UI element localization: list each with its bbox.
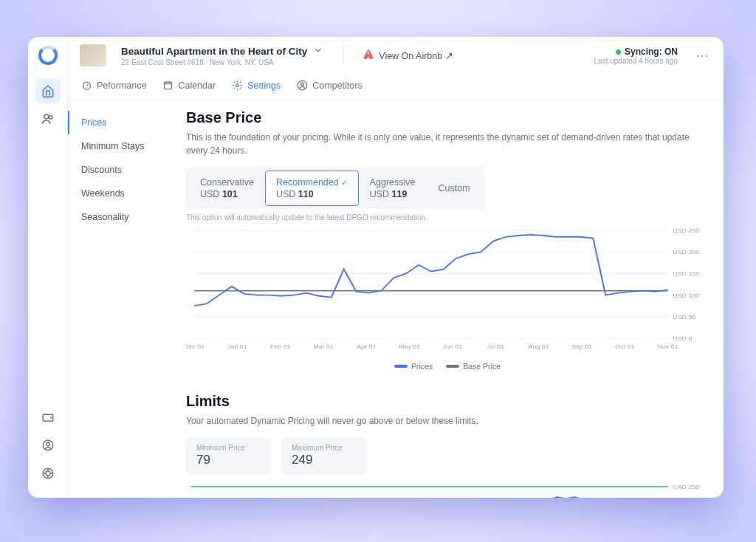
tab-settings[interactable]: Settings [232, 77, 281, 94]
svg-text:May 01: May 01 [399, 343, 420, 349]
listing-title[interactable]: Beautiful Apartment in the Heart of City [121, 46, 307, 57]
nav-profile-icon[interactable] [35, 433, 61, 458]
svg-point-0 [44, 114, 48, 119]
nav-home-icon[interactable] [35, 78, 61, 103]
sidenav-weekends[interactable]: Weekends [68, 182, 179, 205]
price-chart: USD 250USD 200USD 150USD 100USD 50USD 0D… [186, 227, 709, 360]
option-note: This option will automatically update to… [186, 213, 709, 222]
svg-point-6 [46, 471, 50, 476]
more-menu-icon[interactable]: ⋯ [693, 47, 712, 64]
option-recommended[interactable]: Recommended✓ USD 110 [265, 171, 359, 206]
svg-text:Jan 01: Jan 01 [227, 343, 247, 349]
divider [343, 45, 343, 66]
svg-text:USD 150: USD 150 [673, 270, 699, 277]
target-user-icon [297, 80, 308, 91]
settings-sidenav: Prices Minimum Stays Discounts Weekends … [68, 100, 179, 498]
nav-wallet-icon[interactable] [35, 405, 61, 430]
sidenav-seasonality[interactable]: Seasonality [68, 205, 179, 229]
base-price-title: Base Price [186, 109, 709, 126]
svg-text:USD 250: USD 250 [673, 227, 699, 234]
nav-users-icon[interactable] [35, 106, 61, 131]
svg-point-4 [46, 442, 49, 446]
sidenav-discounts[interactable]: Discounts [68, 158, 179, 182]
tab-calendar[interactable]: Calendar [162, 77, 216, 94]
svg-text:Feb 01: Feb 01 [270, 343, 291, 349]
check-icon: ✓ [341, 178, 348, 187]
chart-legend: Prices Base Price [186, 362, 709, 371]
listing-subtitle: 22 East Cost Street #618 · New York, NY,… [121, 58, 323, 66]
app-window: Beautiful Apartment in the Heart of City… [28, 37, 724, 498]
calendar-icon [162, 80, 173, 91]
svg-text:Mar 01: Mar 01 [313, 343, 334, 349]
svg-point-1 [49, 116, 52, 120]
sidenav-minstays[interactable]: Minimum Stays [68, 134, 179, 158]
svg-rect-8 [165, 82, 172, 89]
limits-title: Limits [186, 393, 709, 410]
svg-text:USD 100: USD 100 [673, 292, 699, 298]
view-airbnb-link[interactable]: View On Airbnb ↗ [362, 49, 453, 63]
tab-competitors[interactable]: Competitors [297, 77, 362, 94]
nav-help-icon[interactable] [35, 461, 61, 486]
svg-text:Apr 01: Apr 01 [357, 343, 376, 349]
option-custom[interactable]: Custom [427, 177, 482, 199]
listing-thumbnail [80, 44, 106, 66]
svg-text:Sep 01: Sep 01 [571, 343, 592, 349]
svg-text:USD 0: USD 0 [673, 335, 692, 341]
option-aggressive[interactable]: Aggressive USD 119 [359, 171, 427, 206]
app-logo-icon [38, 46, 58, 65]
content: Base Price This is the foundation of you… [179, 100, 724, 498]
svg-text:Jul 01: Jul 01 [487, 343, 505, 349]
svg-text:Jun 01: Jun 01 [443, 343, 463, 349]
svg-text:USD 200: USD 200 [673, 249, 699, 255]
min-price-card[interactable]: Minimum Price 79 [186, 438, 271, 475]
left-rail [28, 37, 68, 498]
limits-desc: Your automated Dynamic Pricing will neve… [186, 414, 709, 428]
tabs: Peformance Calendar Settings Competitors [68, 71, 724, 100]
price-options: Conservative USD 101 Recommended✓ USD 11… [186, 168, 485, 209]
gear-icon [232, 80, 243, 91]
chevron-down-icon[interactable] [313, 45, 323, 58]
svg-text:CAD 250: CAD 250 [673, 483, 699, 490]
svg-text:Dec 01: Dec 01 [186, 343, 205, 349]
body: Prices Minimum Stays Discounts Weekends … [68, 100, 724, 498]
limits-row: Minimum Price 79 Maximum Price 249 [186, 438, 709, 475]
svg-text:Nov 01: Nov 01 [658, 343, 678, 349]
topbar: Beautiful Apartment in the Heart of City… [68, 37, 724, 71]
svg-text:USD 50: USD 50 [673, 313, 695, 320]
airbnb-icon [362, 49, 374, 63]
base-price-desc: This is the foundation of your pricing. … [186, 131, 709, 157]
airbnb-link-label: View On Airbnb ↗ [379, 50, 453, 61]
sync-status: Syncing: ON Last updated 4 hours ago [594, 47, 678, 65]
sync-status-text: Syncing: ON [594, 47, 678, 57]
svg-point-10 [301, 83, 304, 86]
svg-text:Aug 01: Aug 01 [529, 343, 549, 349]
sidenav-prices[interactable]: Prices [68, 111, 179, 134]
svg-point-9 [236, 84, 239, 87]
sync-updated-text: Last updated 4 hours ago [594, 57, 678, 65]
svg-text:Oct 01: Oct 01 [615, 343, 634, 349]
limits-chart: CAD 250 [186, 481, 709, 498]
option-conservative[interactable]: Conservative USD 101 [189, 171, 265, 206]
max-price-card[interactable]: Maximum Price 249 [281, 438, 366, 475]
main-area: Beautiful Apartment in the Heart of City… [68, 37, 724, 498]
tab-performance[interactable]: Peformance [81, 77, 146, 94]
speedometer-icon [81, 80, 92, 91]
